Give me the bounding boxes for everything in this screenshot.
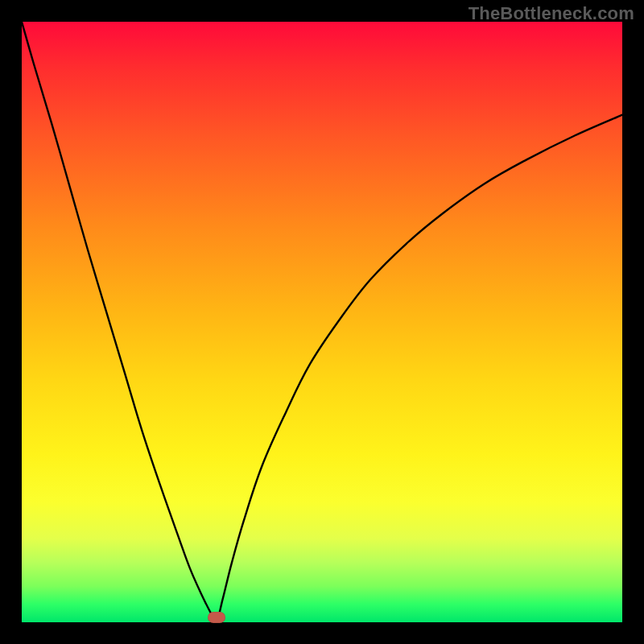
curve-path xyxy=(22,22,622,622)
bottleneck-marker xyxy=(208,612,225,623)
plot-area xyxy=(22,22,622,622)
bottleneck-curve xyxy=(22,22,622,622)
chart-frame: TheBottleneck.com xyxy=(0,0,644,644)
